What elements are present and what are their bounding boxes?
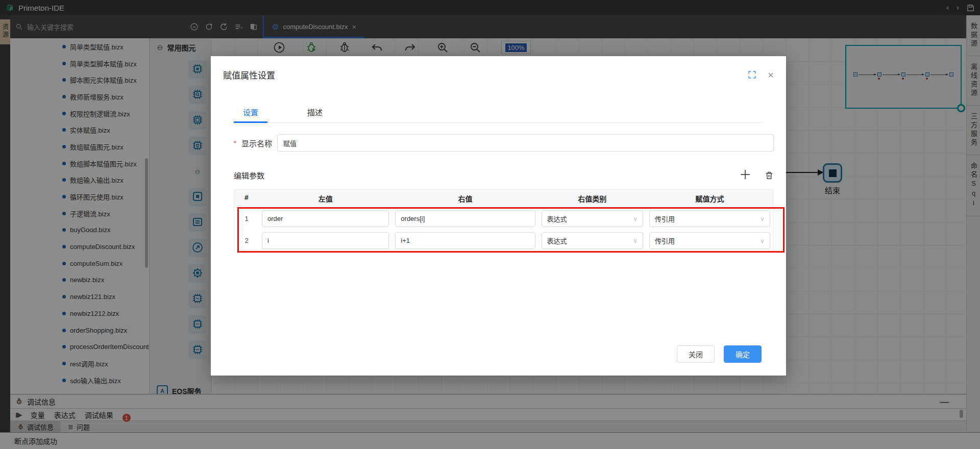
- chevron-down-icon: ∨: [633, 215, 638, 222]
- right-type-value: 表达式: [547, 236, 567, 245]
- assign-properties-dialog: 赋值属性设置 × 设置描述 * 显示名称 编辑参数 ＋ #左值右值右值类别赋值方…: [211, 56, 786, 376]
- column-header: 赋值方式: [646, 190, 773, 207]
- display-name-input[interactable]: [277, 134, 774, 152]
- dialog-tabs: 设置描述: [234, 102, 763, 123]
- column-header: #: [234, 190, 259, 207]
- right-type-select[interactable]: 表达式∨: [542, 210, 644, 227]
- assign-mode-value: 传引用: [655, 236, 675, 245]
- assign-mode-value: 传引用: [655, 214, 675, 223]
- row-index: 1: [234, 215, 259, 222]
- param-row: 2 表达式∨ 传引用∨: [234, 230, 773, 252]
- primeton-ide-window: Primeton-IDE ‹ › 输入关键字搜索 AI ⚙ computeDis…: [0, 0, 980, 449]
- chevron-down-icon: ∨: [760, 215, 765, 222]
- ok-button[interactable]: 确定: [724, 345, 762, 363]
- fullscreen-icon[interactable]: [748, 70, 756, 79]
- right-type-select[interactable]: 表达式∨: [542, 232, 644, 249]
- row-index: 2: [234, 237, 259, 244]
- delete-row-icon[interactable]: [765, 170, 774, 180]
- right-value-input[interactable]: [395, 232, 535, 249]
- dialog-tab-设置[interactable]: 设置: [234, 102, 267, 122]
- close-icon[interactable]: ×: [768, 70, 774, 80]
- chevron-down-icon: ∨: [760, 237, 765, 244]
- display-name-label: 显示名称: [241, 138, 272, 148]
- column-header: 左值: [259, 190, 392, 207]
- param-row: 1 表达式∨ 传引用∨: [234, 208, 773, 230]
- required-mark: *: [234, 139, 236, 147]
- assign-mode-select[interactable]: 传引用∨: [649, 210, 770, 227]
- dialog-tab-描述[interactable]: 描述: [298, 102, 332, 122]
- dialog-title: 赋值属性设置: [223, 68, 275, 81]
- add-row-icon[interactable]: ＋: [739, 169, 751, 181]
- column-header: 右值类别: [538, 190, 647, 207]
- chevron-down-icon: ∨: [633, 237, 638, 244]
- right-type-value: 表达式: [547, 214, 567, 223]
- close-button[interactable]: 关闭: [677, 345, 715, 363]
- params-table: #左值右值右值类别赋值方式 1 表达式∨ 传引用∨2 表达式∨ 传引用∨: [234, 189, 774, 252]
- right-value-input[interactable]: [395, 210, 535, 227]
- left-value-input[interactable]: [262, 210, 389, 227]
- assign-mode-select[interactable]: 传引用∨: [649, 232, 770, 249]
- left-value-input[interactable]: [262, 232, 389, 249]
- edit-params-title: 编辑参数: [234, 170, 264, 181]
- column-header: 右值: [392, 190, 538, 207]
